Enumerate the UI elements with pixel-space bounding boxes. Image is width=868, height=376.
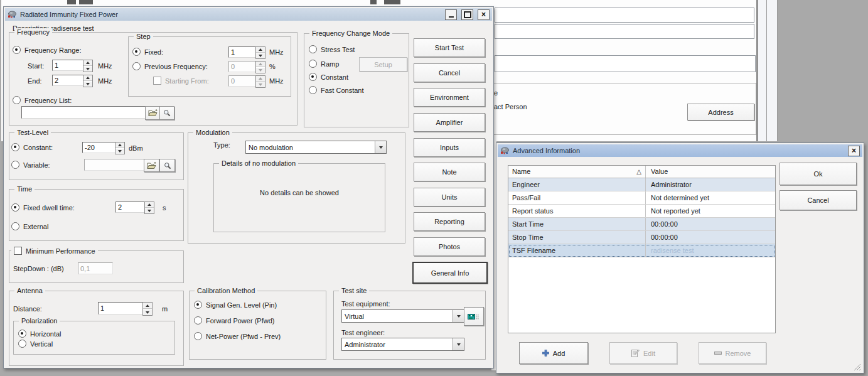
- spinner-down-icon[interactable]: [256, 67, 265, 73]
- antenna-distance-spinner[interactable]: [142, 302, 153, 316]
- chevron-down-icon[interactable]: [453, 338, 464, 350]
- add-button[interactable]: Add: [519, 342, 588, 364]
- spinner-up-icon[interactable]: [115, 142, 124, 148]
- ok-button[interactable]: Ok: [780, 163, 857, 185]
- edit-button[interactable]: Edit: [609, 342, 677, 364]
- environment-button[interactable]: Environment: [414, 88, 485, 107]
- spinner-up-icon[interactable]: [145, 202, 154, 208]
- column-header-value[interactable]: Value: [646, 166, 775, 178]
- table-row[interactable]: Engineer Administrator: [508, 178, 775, 191]
- setup-button[interactable]: Setup: [359, 57, 407, 72]
- remove-button[interactable]: Remove: [699, 342, 766, 364]
- close-button[interactable]: ×: [478, 9, 490, 20]
- advanced-cancel-button[interactable]: Cancel: [780, 190, 857, 210]
- advanced-dialog-titlebar[interactable]: Advanced Information ×: [498, 144, 862, 157]
- table-header-row[interactable]: Name △ Value: [508, 166, 775, 178]
- external-time-radio[interactable]: External: [11, 222, 48, 230]
- close-button[interactable]: ×: [848, 146, 860, 156]
- column-header-name[interactable]: Name △: [508, 166, 646, 178]
- general-info-button[interactable]: General Info: [412, 262, 488, 284]
- antenna-distance-field[interactable]: 1: [98, 302, 146, 314]
- table-row[interactable]: Start Time 00:00:00: [508, 218, 775, 231]
- dwell-time-field[interactable]: 2: [115, 201, 148, 213]
- fixed-dwell-time-radio[interactable]: Fixed dwell time:: [11, 203, 75, 212]
- frequency-list-field[interactable]: [21, 106, 148, 119]
- spinner-down-icon[interactable]: [115, 148, 124, 154]
- resize-grip-icon[interactable]: [852, 363, 860, 372]
- starting-from-field[interactable]: 0: [228, 75, 259, 87]
- test-engineer-dropdown[interactable]: Administrator: [341, 338, 464, 351]
- maximize-button[interactable]: [461, 9, 473, 20]
- spinner-down-icon[interactable]: [256, 53, 265, 58]
- main-dialog-titlebar[interactable]: Radiated Immunity Fixed Power ×: [5, 8, 492, 21]
- table-row[interactable]: Pass/Fail Not determined yet: [508, 191, 775, 205]
- forward-power-radio[interactable]: Forward Power (Pfwd): [194, 316, 274, 325]
- stepdown-field[interactable]: 0,1: [78, 262, 113, 274]
- test-equipment-config-button[interactable]: [464, 307, 484, 326]
- spinner-up-icon[interactable]: [256, 62, 265, 67]
- dwell-time-spinner[interactable]: [144, 201, 154, 214]
- ramp-radio[interactable]: Ramp: [309, 60, 339, 68]
- spinner-down-icon[interactable]: [83, 66, 92, 72]
- spinner-down-icon[interactable]: [145, 208, 154, 213]
- polarization-vertical-radio[interactable]: Vertical: [18, 340, 53, 348]
- reporting-button[interactable]: Reporting: [414, 212, 485, 231]
- minimize-button[interactable]: [445, 9, 457, 20]
- test-level-field[interactable]: -20: [82, 142, 119, 153]
- address-button[interactable]: Address: [687, 104, 754, 121]
- step-previous-field[interactable]: 0: [228, 61, 259, 72]
- photos-button[interactable]: Photos: [414, 237, 485, 256]
- test-equipment-dropdown[interactable]: Virtual: [341, 309, 464, 323]
- signal-gen-level-radio[interactable]: Signal Gen. Level (Pin): [194, 301, 277, 309]
- start-frequency-field[interactable]: 1: [52, 60, 87, 71]
- cancel-button[interactable]: Cancel: [414, 63, 485, 82]
- net-power-radio[interactable]: Net-Power (Pfwd - Prev): [194, 332, 281, 340]
- start-test-button[interactable]: Start Test: [414, 38, 485, 57]
- start-frequency-spinner[interactable]: [83, 60, 93, 72]
- note-button[interactable]: Note: [414, 163, 485, 181]
- test-level-constant-radio[interactable]: Constant:: [11, 143, 53, 151]
- frequency-list-radio[interactable]: Frequency List:: [13, 96, 72, 104]
- end-frequency-field[interactable]: 2: [52, 75, 87, 86]
- units-button[interactable]: Units: [414, 188, 485, 207]
- background-text-field[interactable]: [495, 8, 754, 23]
- variable-search-button[interactable]: [159, 159, 175, 172]
- constant-mode-radio[interactable]: Constant: [309, 73, 348, 81]
- chevron-down-icon[interactable]: [375, 141, 386, 153]
- table-row[interactable]: Stop Time 00:00:00: [508, 231, 775, 244]
- frequency-range-radio[interactable]: Frequency Range:: [13, 46, 82, 54]
- test-level-spinner[interactable]: [115, 142, 125, 154]
- frequency-list-browse-button[interactable]: [145, 106, 160, 120]
- polarization-horizontal-radio[interactable]: Horizontal: [18, 330, 62, 338]
- spinner-down-icon[interactable]: [256, 82, 265, 87]
- background-text-field[interactable]: [495, 24, 754, 39]
- test-level-variable-radio[interactable]: Variable:: [11, 161, 50, 169]
- spinner-up-icon[interactable]: [83, 60, 92, 66]
- spinner-up-icon[interactable]: [83, 75, 92, 81]
- end-frequency-spinner[interactable]: [83, 75, 93, 87]
- fast-constant-radio[interactable]: Fast Constant: [309, 86, 363, 94]
- variable-browse-button[interactable]: [144, 159, 159, 172]
- step-previous-spinner[interactable]: [255, 61, 265, 73]
- frequency-list-search-button[interactable]: [159, 106, 174, 120]
- spinner-down-icon[interactable]: [143, 309, 152, 315]
- test-level-variable-field[interactable]: [84, 159, 147, 171]
- step-fixed-field[interactable]: 1: [228, 46, 259, 58]
- spinner-up-icon[interactable]: [256, 76, 265, 82]
- step-previous-radio[interactable]: Previous Frequency:: [132, 62, 208, 70]
- chevron-down-icon[interactable]: [453, 310, 464, 322]
- modulation-type-dropdown[interactable]: No modulation: [245, 141, 387, 154]
- stress-test-radio[interactable]: Stress Test: [309, 45, 355, 53]
- spinner-up-icon[interactable]: [143, 303, 152, 309]
- starting-from-spinner[interactable]: [255, 75, 265, 88]
- inputs-button[interactable]: Inputs: [414, 138, 485, 157]
- minimum-performance-checkbox[interactable]: Minimum Performance: [11, 247, 98, 255]
- step-fixed-spinner[interactable]: [255, 46, 265, 59]
- step-fixed-radio[interactable]: Fixed:: [132, 48, 163, 56]
- amplifier-button[interactable]: Amplifier: [414, 113, 485, 132]
- table-row-selected[interactable]: TSF Filename radisense test: [508, 244, 775, 257]
- background-text-field[interactable]: [495, 55, 756, 72]
- spinner-up-icon[interactable]: [256, 47, 265, 53]
- table-row[interactable]: Report status Not reported yet: [508, 205, 775, 218]
- spinner-down-icon[interactable]: [83, 81, 92, 87]
